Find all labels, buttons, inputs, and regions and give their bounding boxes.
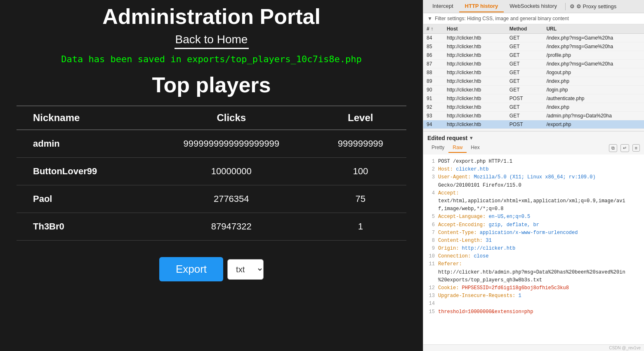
history-row[interactable]: 91 http://clicker.htb POST /authenticate… (423, 94, 644, 103)
row-host: http://clicker.htb (443, 77, 506, 86)
row-url: /index.php (543, 103, 644, 112)
code-line: http://clicker.htb/admin.php?msg=Data%20… (427, 269, 640, 276)
row-num: 94 (423, 120, 443, 129)
players-table: Nickname Clicks Level admin 999999999999… (17, 105, 406, 241)
line-text: http://clicker.htb/admin.php?msg=Data%20… (438, 269, 625, 276)
history-row[interactable]: 93 http://clicker.htb GET /admin.php?msg… (423, 112, 644, 120)
right-panel: Intercept HTTP history WebSockets histor… (423, 0, 644, 351)
code-line: 10 Connection: close (427, 253, 640, 260)
filter-text: Filter settings: Hiding CSS, image and g… (435, 16, 569, 21)
save-message: Data has been saved in exports/top_playe… (61, 54, 361, 64)
export-section: Export txt csv php (159, 257, 264, 281)
player-level: 1 (315, 213, 406, 241)
history-row[interactable]: 84 http://clicker.htb GET /index.php?msg… (423, 34, 644, 42)
row-url: /logout.php (543, 68, 644, 77)
row-host: http://clicker.htb (443, 60, 506, 68)
table-row: ButtonLover99 10000000 100 (17, 158, 406, 185)
line-number: 9 (427, 245, 435, 253)
more-button[interactable]: ≡ (632, 144, 640, 152)
player-clicks: 10000000 (148, 158, 315, 185)
row-method: GET (506, 34, 543, 42)
wrap-button[interactable]: ↵ (620, 144, 629, 152)
line-text: Content-Type: application/x-www-form-url… (438, 229, 578, 237)
format-select[interactable]: txt csv php (227, 259, 264, 280)
line-number: 14 (427, 300, 435, 308)
line-number: 5 (427, 213, 435, 221)
line-number: 4 (427, 190, 435, 197)
history-row[interactable]: 88 http://clicker.htb GET /logout.php (423, 68, 644, 77)
col-method: Method (506, 24, 543, 34)
row-url: /index.php?msg=Game%20ha (543, 34, 644, 42)
row-num: 90 (423, 86, 443, 94)
row-host: http://clicker.htb (443, 51, 506, 60)
history-row[interactable]: 92 http://clicker.htb GET /index.php (423, 103, 644, 112)
export-button[interactable]: Export (159, 257, 223, 281)
history-table-wrap[interactable]: # ↑ Host Method URL 84 http://clicker.ht… (423, 24, 644, 131)
row-url: /index.php?msg=Game%20ha (543, 60, 644, 68)
row-host: http://clicker.htb (443, 42, 506, 51)
code-line: 8 Content-Length: 31 (427, 237, 640, 245)
row-method: GET (506, 42, 543, 51)
line-text: Upgrade-Insecure-Requests: 1 (438, 292, 521, 300)
history-row[interactable]: 86 http://clicker.htb GET /profile.php (423, 51, 644, 60)
row-method: GET (506, 103, 543, 112)
history-row[interactable]: 90 http://clicker.htb GET /login.php (423, 86, 644, 94)
tab-websockets-history[interactable]: WebSockets history (504, 0, 563, 12)
req-tab-pretty[interactable]: Pretty (427, 143, 448, 153)
edited-request-header: Edited request ▾ (423, 131, 644, 143)
line-text: Accept: (438, 190, 459, 197)
line-number: 10 (427, 253, 435, 260)
players-table-container: Nickname Clicks Level admin 999999999999… (17, 105, 406, 241)
col-host: Host (443, 24, 506, 34)
code-line: 11 Referer: (427, 260, 640, 268)
proxy-settings-label: ⚙ Proxy settings (576, 3, 616, 9)
line-number: 7 (427, 229, 435, 237)
player-clicks: 2776354 (148, 185, 315, 213)
history-row[interactable]: 89 http://clicker.htb GET /index.php (423, 77, 644, 86)
filter-bar: ▼ Filter settings: Hiding CSS, image and… (423, 13, 644, 24)
row-num: 91 (423, 94, 443, 103)
back-to-home-link[interactable]: Back to Home (175, 33, 248, 46)
proxy-settings-button[interactable]: ⚙ ⚙ Proxy settings (570, 3, 616, 9)
history-row[interactable]: 85 http://clicker.htb GET /index.php?msg… (423, 42, 644, 51)
tab-http-history[interactable]: HTTP history (459, 0, 504, 12)
line-text: Gecko/20100101 Firefox/115.0 (438, 182, 521, 190)
line-text: Accept-Language: en-US,en;q=0.5 (438, 213, 530, 221)
gear-icon: ⚙ (570, 3, 575, 9)
req-tab-raw[interactable]: Raw (448, 143, 467, 153)
history-table: # ↑ Host Method URL 84 http://clicker.ht… (423, 24, 644, 131)
row-method: POST (506, 94, 543, 103)
left-panel: Administration Portal Back to Home Data … (0, 0, 423, 351)
player-level: 100 (315, 158, 406, 185)
row-num: 87 (423, 60, 443, 68)
filter-icon: ▼ (427, 16, 432, 21)
history-row[interactable]: 94 http://clicker.htb POST /export.php (423, 120, 644, 129)
player-nickname: admin (17, 130, 148, 158)
code-line: f,image/webp,*/*;q=0.8 (427, 205, 640, 213)
chevron-down-icon: ▾ (470, 135, 472, 141)
line-number (427, 269, 435, 276)
copy-button[interactable]: ⧉ (609, 144, 617, 152)
row-num: 92 (423, 103, 443, 112)
watermark: CSDN @_rev1ve (423, 344, 644, 351)
line-number: 3 (427, 173, 435, 181)
line-number: 12 (427, 284, 435, 292)
line-text: User-Agent: Mozilla/5.0 (X11; Linux x86_… (438, 173, 596, 181)
back-link-underline (175, 48, 249, 49)
line-text: Referer: (438, 260, 462, 268)
code-area[interactable]: 1 POST /export.php HTTP/1.1 2 Host: clic… (423, 154, 644, 344)
row-host: http://clicker.htb (443, 86, 506, 94)
row-host: http://clicker.htb (443, 94, 506, 103)
req-tab-hex[interactable]: Hex (467, 143, 484, 153)
col-level: Level (315, 106, 406, 130)
row-url: /index.php (543, 77, 644, 86)
history-row[interactable]: 87 http://clicker.htb GET /index.php?msg… (423, 60, 644, 68)
code-line: 13 Upgrade-Insecure-Requests: 1 (427, 292, 640, 300)
line-text: %20exports/top_players_qh3w8b3s.txt (438, 276, 542, 284)
line-number (427, 182, 435, 190)
tab-intercept[interactable]: Intercept (427, 0, 459, 12)
row-url: /authenticate.php (543, 94, 644, 103)
row-host: http://clicker.htb (443, 120, 506, 129)
col-nickname: Nickname (17, 106, 148, 130)
row-num: 89 (423, 77, 443, 86)
